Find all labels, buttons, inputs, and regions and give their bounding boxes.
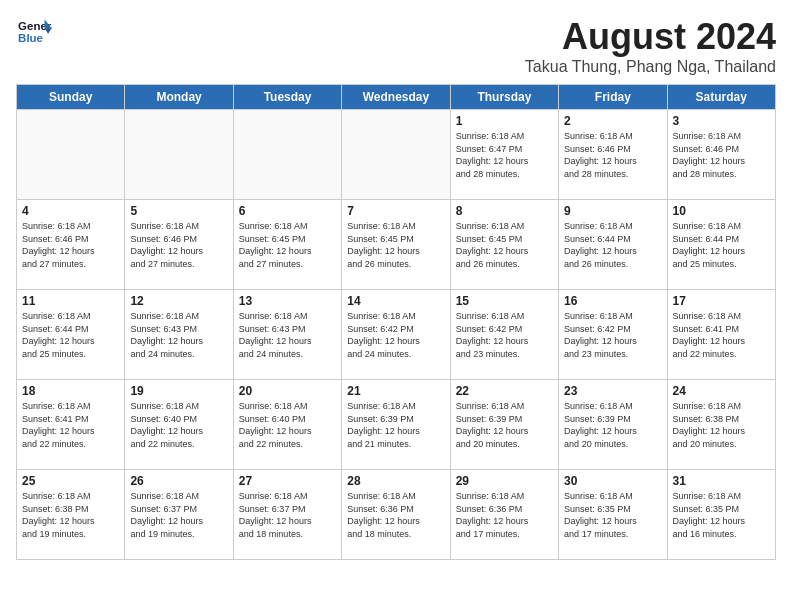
page-header: General Blue August 2024 Takua Thung, Ph… [16,16,776,76]
day-number: 24 [673,384,770,398]
day-header-monday: Monday [125,85,233,110]
svg-text:Blue: Blue [18,32,43,44]
day-number: 26 [130,474,227,488]
calendar-cell: 9Sunrise: 6:18 AM Sunset: 6:44 PM Daylig… [559,200,667,290]
cell-details: Sunrise: 6:18 AM Sunset: 6:45 PM Dayligh… [239,220,336,270]
calendar-week-2: 4Sunrise: 6:18 AM Sunset: 6:46 PM Daylig… [17,200,776,290]
cell-details: Sunrise: 6:18 AM Sunset: 6:35 PM Dayligh… [564,490,661,540]
calendar-cell: 5Sunrise: 6:18 AM Sunset: 6:46 PM Daylig… [125,200,233,290]
day-number: 19 [130,384,227,398]
calendar-cell: 17Sunrise: 6:18 AM Sunset: 6:41 PM Dayli… [667,290,775,380]
day-header-saturday: Saturday [667,85,775,110]
calendar-week-4: 18Sunrise: 6:18 AM Sunset: 6:41 PM Dayli… [17,380,776,470]
day-number: 18 [22,384,119,398]
day-header-tuesday: Tuesday [233,85,341,110]
calendar-cell: 4Sunrise: 6:18 AM Sunset: 6:46 PM Daylig… [17,200,125,290]
calendar-header-row: SundayMondayTuesdayWednesdayThursdayFrid… [17,85,776,110]
cell-details: Sunrise: 6:18 AM Sunset: 6:39 PM Dayligh… [456,400,553,450]
calendar-cell: 30Sunrise: 6:18 AM Sunset: 6:35 PM Dayli… [559,470,667,560]
subtitle: Takua Thung, Phang Nga, Thailand [525,58,776,76]
day-number: 1 [456,114,553,128]
calendar-cell [342,110,450,200]
day-number: 30 [564,474,661,488]
calendar-cell: 28Sunrise: 6:18 AM Sunset: 6:36 PM Dayli… [342,470,450,560]
day-number: 29 [456,474,553,488]
cell-details: Sunrise: 6:18 AM Sunset: 6:45 PM Dayligh… [347,220,444,270]
main-title: August 2024 [525,16,776,58]
calendar-cell: 20Sunrise: 6:18 AM Sunset: 6:40 PM Dayli… [233,380,341,470]
cell-details: Sunrise: 6:18 AM Sunset: 6:38 PM Dayligh… [673,400,770,450]
cell-details: Sunrise: 6:18 AM Sunset: 6:43 PM Dayligh… [130,310,227,360]
cell-details: Sunrise: 6:18 AM Sunset: 6:47 PM Dayligh… [456,130,553,180]
cell-details: Sunrise: 6:18 AM Sunset: 6:43 PM Dayligh… [239,310,336,360]
day-number: 11 [22,294,119,308]
cell-details: Sunrise: 6:18 AM Sunset: 6:35 PM Dayligh… [673,490,770,540]
day-number: 8 [456,204,553,218]
calendar-cell: 24Sunrise: 6:18 AM Sunset: 6:38 PM Dayli… [667,380,775,470]
calendar-cell: 23Sunrise: 6:18 AM Sunset: 6:39 PM Dayli… [559,380,667,470]
day-header-friday: Friday [559,85,667,110]
day-header-sunday: Sunday [17,85,125,110]
day-number: 9 [564,204,661,218]
calendar-cell: 16Sunrise: 6:18 AM Sunset: 6:42 PM Dayli… [559,290,667,380]
cell-details: Sunrise: 6:18 AM Sunset: 6:37 PM Dayligh… [239,490,336,540]
calendar-cell: 29Sunrise: 6:18 AM Sunset: 6:36 PM Dayli… [450,470,558,560]
calendar-cell: 8Sunrise: 6:18 AM Sunset: 6:45 PM Daylig… [450,200,558,290]
day-number: 23 [564,384,661,398]
cell-details: Sunrise: 6:18 AM Sunset: 6:36 PM Dayligh… [347,490,444,540]
day-number: 20 [239,384,336,398]
calendar-cell [125,110,233,200]
calendar-cell: 3Sunrise: 6:18 AM Sunset: 6:46 PM Daylig… [667,110,775,200]
cell-details: Sunrise: 6:18 AM Sunset: 6:44 PM Dayligh… [673,220,770,270]
cell-details: Sunrise: 6:18 AM Sunset: 6:36 PM Dayligh… [456,490,553,540]
cell-details: Sunrise: 6:18 AM Sunset: 6:39 PM Dayligh… [564,400,661,450]
cell-details: Sunrise: 6:18 AM Sunset: 6:39 PM Dayligh… [347,400,444,450]
calendar-cell: 21Sunrise: 6:18 AM Sunset: 6:39 PM Dayli… [342,380,450,470]
calendar-cell: 15Sunrise: 6:18 AM Sunset: 6:42 PM Dayli… [450,290,558,380]
calendar-cell: 27Sunrise: 6:18 AM Sunset: 6:37 PM Dayli… [233,470,341,560]
calendar-cell: 25Sunrise: 6:18 AM Sunset: 6:38 PM Dayli… [17,470,125,560]
cell-details: Sunrise: 6:18 AM Sunset: 6:41 PM Dayligh… [22,400,119,450]
day-number: 6 [239,204,336,218]
calendar-cell [17,110,125,200]
calendar-cell: 14Sunrise: 6:18 AM Sunset: 6:42 PM Dayli… [342,290,450,380]
calendar-cell: 26Sunrise: 6:18 AM Sunset: 6:37 PM Dayli… [125,470,233,560]
logo: General Blue [16,16,52,46]
cell-details: Sunrise: 6:18 AM Sunset: 6:37 PM Dayligh… [130,490,227,540]
cell-details: Sunrise: 6:18 AM Sunset: 6:41 PM Dayligh… [673,310,770,360]
calendar-cell: 11Sunrise: 6:18 AM Sunset: 6:44 PM Dayli… [17,290,125,380]
day-number: 28 [347,474,444,488]
title-block: August 2024 Takua Thung, Phang Nga, Thai… [525,16,776,76]
day-number: 2 [564,114,661,128]
day-header-thursday: Thursday [450,85,558,110]
cell-details: Sunrise: 6:18 AM Sunset: 6:38 PM Dayligh… [22,490,119,540]
calendar-cell: 22Sunrise: 6:18 AM Sunset: 6:39 PM Dayli… [450,380,558,470]
day-header-wednesday: Wednesday [342,85,450,110]
day-number: 15 [456,294,553,308]
day-number: 3 [673,114,770,128]
calendar-week-5: 25Sunrise: 6:18 AM Sunset: 6:38 PM Dayli… [17,470,776,560]
calendar-cell: 12Sunrise: 6:18 AM Sunset: 6:43 PM Dayli… [125,290,233,380]
day-number: 22 [456,384,553,398]
cell-details: Sunrise: 6:18 AM Sunset: 6:42 PM Dayligh… [347,310,444,360]
cell-details: Sunrise: 6:18 AM Sunset: 6:46 PM Dayligh… [564,130,661,180]
cell-details: Sunrise: 6:18 AM Sunset: 6:40 PM Dayligh… [130,400,227,450]
cell-details: Sunrise: 6:18 AM Sunset: 6:42 PM Dayligh… [564,310,661,360]
calendar-body: 1Sunrise: 6:18 AM Sunset: 6:47 PM Daylig… [17,110,776,560]
day-number: 13 [239,294,336,308]
calendar-cell: 2Sunrise: 6:18 AM Sunset: 6:46 PM Daylig… [559,110,667,200]
calendar-table: SundayMondayTuesdayWednesdayThursdayFrid… [16,84,776,560]
day-number: 5 [130,204,227,218]
day-number: 10 [673,204,770,218]
day-number: 21 [347,384,444,398]
cell-details: Sunrise: 6:18 AM Sunset: 6:46 PM Dayligh… [673,130,770,180]
day-number: 31 [673,474,770,488]
cell-details: Sunrise: 6:18 AM Sunset: 6:46 PM Dayligh… [130,220,227,270]
cell-details: Sunrise: 6:18 AM Sunset: 6:44 PM Dayligh… [564,220,661,270]
calendar-cell: 6Sunrise: 6:18 AM Sunset: 6:45 PM Daylig… [233,200,341,290]
calendar-cell: 7Sunrise: 6:18 AM Sunset: 6:45 PM Daylig… [342,200,450,290]
cell-details: Sunrise: 6:18 AM Sunset: 6:46 PM Dayligh… [22,220,119,270]
day-number: 12 [130,294,227,308]
day-number: 4 [22,204,119,218]
calendar-cell: 31Sunrise: 6:18 AM Sunset: 6:35 PM Dayli… [667,470,775,560]
